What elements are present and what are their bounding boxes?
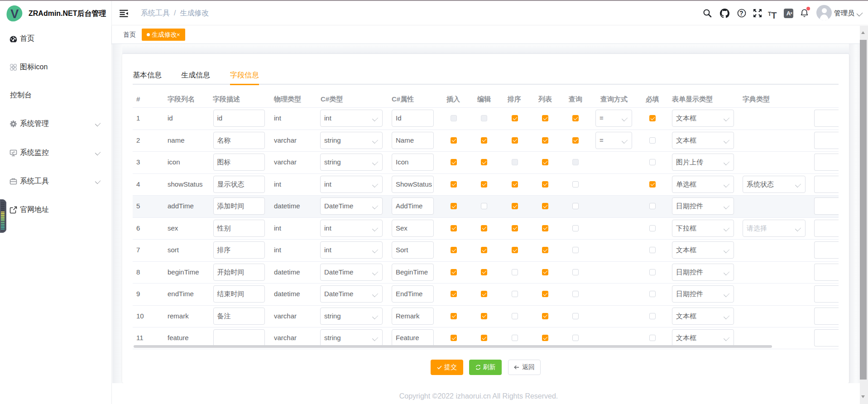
svg-text:V: V (10, 7, 19, 21)
